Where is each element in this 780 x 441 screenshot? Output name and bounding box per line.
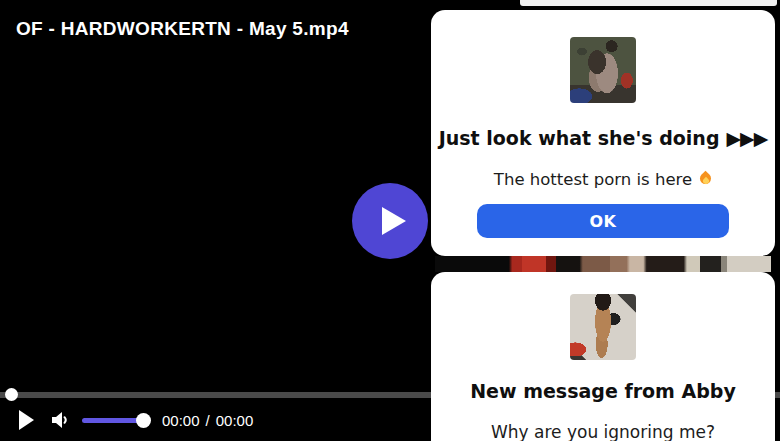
time-display: 00:00 / 00:00 — [162, 412, 253, 429]
ad-background-photo — [435, 256, 771, 272]
fire-icon — [699, 172, 712, 187]
current-time: 00:00 — [162, 412, 200, 429]
offer-popup-thumbnail[interactable] — [570, 37, 636, 103]
video-title: OF - HARDWORKERTN - May 5.mp4 — [16, 18, 349, 40]
offer-popup-subtitle: The hottest porn is here — [431, 170, 775, 189]
total-time: 00:00 — [216, 412, 254, 429]
message-popup[interactable]: New message from Abby Why are you ignori… — [431, 272, 775, 441]
seek-thumb[interactable] — [5, 388, 18, 401]
video-player-page: OF - HARDWORKERTN - May 5.mp4 00:00 / 00… — [0, 0, 780, 441]
play-button[interactable] — [19, 410, 36, 430]
message-popup-headline: New message from Abby — [431, 380, 775, 402]
triple-play-arrows-icon: ▶▶▶ — [726, 127, 767, 149]
volume-icon[interactable] — [48, 408, 72, 432]
offer-popup-headline: Just look what she's doing▶▶▶ — [431, 127, 775, 149]
message-popup-thumbnail[interactable] — [570, 294, 636, 360]
message-popup-body: Why are you ignoring me? — [431, 422, 775, 441]
offer-headline-text: Just look what she's doing — [439, 127, 720, 149]
background-popup-edge — [520, 0, 777, 6]
ok-button[interactable]: OK — [477, 204, 729, 238]
volume-thumb[interactable] — [136, 413, 151, 428]
play-icon — [382, 207, 406, 235]
offer-popup[interactable]: Just look what she's doing▶▶▶ The hottes… — [431, 10, 775, 256]
time-separator: / — [206, 412, 210, 429]
offer-subtitle-text: The hottest porn is here — [494, 170, 692, 189]
big-play-button[interactable] — [352, 183, 428, 259]
volume-slider[interactable] — [82, 418, 144, 423]
